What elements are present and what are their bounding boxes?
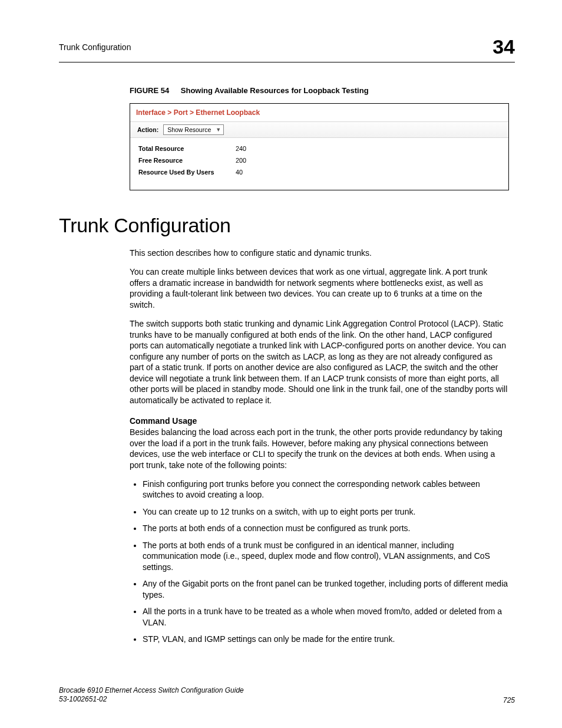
field-label: Total Resource xyxy=(138,145,218,152)
section-heading: Trunk Configuration xyxy=(59,214,515,237)
field-label: Resource Used By Users xyxy=(138,169,218,176)
chapter-number: 34 xyxy=(492,35,515,58)
chevron-down-icon: ▼ xyxy=(216,126,221,134)
table-row: Free Resource 200 xyxy=(138,157,500,164)
list-item: The ports at both ends of a trunk must b… xyxy=(143,540,509,572)
figure-caption: FIGURE 54 Showing Available Resources fo… xyxy=(130,86,509,95)
body-paragraph: You can create multiple links between de… xyxy=(130,266,509,310)
page-header: Trunk Configuration 34 xyxy=(59,35,515,58)
header-rule xyxy=(59,62,515,62)
action-label: Action: xyxy=(137,126,158,133)
breadcrumb: Interface > Port > Ethernet Loopback xyxy=(130,104,508,121)
body-paragraph: The switch supports both static trunking… xyxy=(130,318,509,406)
subheading-command-usage: Command Usage xyxy=(130,416,509,426)
running-title: Trunk Configuration xyxy=(59,42,131,52)
body-paragraph: This section describes how to configure … xyxy=(130,248,509,258)
select-value: Show Resource xyxy=(167,126,211,134)
list-item: Finish configuring port trunks before yo… xyxy=(143,479,509,500)
list-item: You can create up to 12 trunks on a swit… xyxy=(143,506,509,517)
field-value: 200 xyxy=(236,157,246,164)
footer-doc-number: 53-1002651-02 xyxy=(59,695,244,704)
screenshot: Interface > Port > Ethernet Loopback Act… xyxy=(130,103,509,190)
footer-book-title: Brocade 6910 Ethernet Access Switch Conf… xyxy=(59,686,244,696)
list-item: Any of the Gigabit ports on the front pa… xyxy=(143,578,509,600)
field-value: 240 xyxy=(236,145,246,152)
page-footer: Brocade 6910 Ethernet Access Switch Conf… xyxy=(59,686,515,704)
figure-title: Showing Available Resources for Loopback… xyxy=(181,86,369,95)
figure-label: FIGURE 54 xyxy=(130,86,169,95)
list-item: All the ports in a trunk have to be trea… xyxy=(143,606,509,628)
footer-page-number: 725 xyxy=(503,696,515,704)
section-body: This section describes how to configure … xyxy=(59,248,515,645)
field-label: Free Resource xyxy=(138,157,218,164)
table-row: Total Resource 240 xyxy=(138,145,500,152)
list-item: The ports at both ends of a connection m… xyxy=(143,523,509,533)
action-select[interactable]: Show Resource ▼ xyxy=(163,124,224,135)
resource-table: Total Resource 240 Free Resource 200 Res… xyxy=(130,138,508,190)
toolbar: Action: Show Resource ▼ xyxy=(130,121,508,138)
body-paragraph: Besides balancing the load across each p… xyxy=(130,427,509,470)
figure-block: FIGURE 54 Showing Available Resources fo… xyxy=(59,86,515,190)
footer-left: Brocade 6910 Ethernet Access Switch Conf… xyxy=(59,686,244,704)
page: Trunk Configuration 34 FIGURE 54 Showing… xyxy=(0,0,562,728)
bullet-list: Finish configuring port trunks before yo… xyxy=(130,479,509,645)
list-item: STP, VLAN, and IGMP settings can only be… xyxy=(143,634,509,644)
field-value: 40 xyxy=(236,169,243,176)
table-row: Resource Used By Users 40 xyxy=(138,169,500,176)
